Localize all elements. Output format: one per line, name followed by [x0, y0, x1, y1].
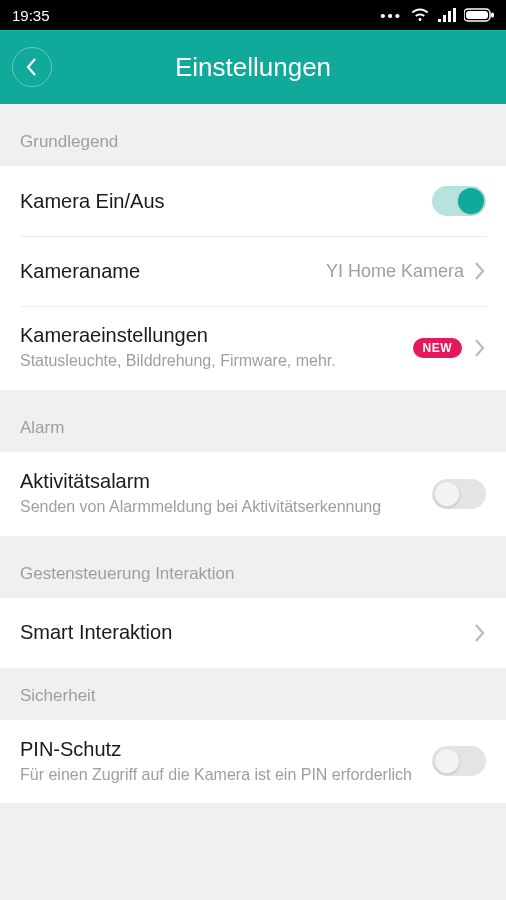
row-smart-interaction[interactable]: Smart Interaktion	[0, 598, 506, 668]
section-header-gesture: Gestensteuerung Interaktion	[0, 536, 506, 598]
toggle-activity-alarm[interactable]	[432, 479, 486, 509]
row-sub: Für einen Zugriff auf die Kamera ist ein…	[20, 765, 432, 786]
row-title: Kameraname	[20, 260, 326, 283]
row-camera-on-off[interactable]: Kamera Ein/Aus	[0, 166, 506, 236]
more-icon: •••	[380, 7, 402, 24]
back-button[interactable]	[12, 47, 52, 87]
row-value: YI Home Kamera	[326, 261, 464, 282]
chevron-right-icon	[474, 261, 486, 281]
content: Grundlegend Kamera Ein/Aus Kameraname YI…	[0, 104, 506, 803]
chevron-right-icon	[474, 623, 486, 643]
status-time: 19:35	[12, 7, 50, 24]
row-activity-alarm[interactable]: Aktivitätsalarm Senden von Alarmmeldung …	[0, 452, 506, 536]
row-sub: Senden von Alarmmeldung bei Aktivitätser…	[20, 497, 432, 518]
row-title: Kamera Ein/Aus	[20, 190, 432, 213]
chevron-left-icon	[25, 57, 39, 77]
row-title: Kameraeinstellungen	[20, 324, 413, 347]
chevron-right-icon	[474, 338, 486, 358]
row-camera-settings[interactable]: Kameraeinstellungen Statusleuchte, Bildd…	[0, 306, 506, 390]
toggle-camera-on-off[interactable]	[432, 186, 486, 216]
row-title: Aktivitätsalarm	[20, 470, 432, 493]
app-header: Einstellungen	[0, 30, 506, 104]
row-title: Smart Interaktion	[20, 621, 474, 644]
section-header-basic: Grundlegend	[0, 104, 506, 166]
svg-rect-2	[466, 11, 488, 19]
page-title: Einstellungen	[0, 52, 506, 83]
new-badge: NEW	[413, 338, 463, 358]
section-basic: Kamera Ein/Aus Kameraname YI Home Kamera…	[0, 166, 506, 390]
row-camera-name[interactable]: Kameraname YI Home Kamera	[0, 236, 506, 306]
toggle-pin-protection[interactable]	[432, 746, 486, 776]
section-gesture: Smart Interaktion	[0, 598, 506, 668]
section-security: PIN-Schutz Für einen Zugriff auf die Kam…	[0, 720, 506, 804]
section-header-security: Sicherheit	[0, 668, 506, 720]
section-alarm: Aktivitätsalarm Senden von Alarmmeldung …	[0, 452, 506, 536]
wifi-icon	[410, 7, 430, 23]
signal-icon	[438, 8, 456, 22]
status-bar: 19:35 •••	[0, 0, 506, 30]
row-pin-protection[interactable]: PIN-Schutz Für einen Zugriff auf die Kam…	[0, 720, 506, 804]
row-title: PIN-Schutz	[20, 738, 432, 761]
svg-rect-1	[491, 13, 494, 18]
section-header-alarm: Alarm	[0, 390, 506, 452]
status-icons: •••	[380, 7, 494, 24]
battery-icon	[464, 8, 494, 22]
row-sub: Statusleuchte, Bilddrehung, Firmware, me…	[20, 351, 413, 372]
